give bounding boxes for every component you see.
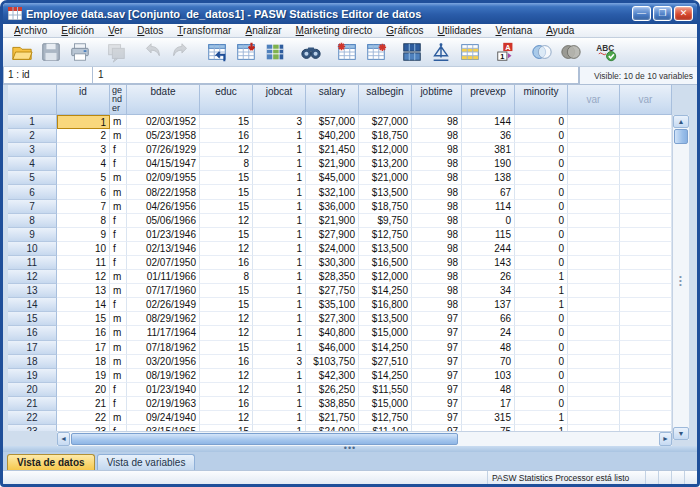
cell-3-gender[interactable]: f — [110, 143, 127, 157]
cell-3-educ[interactable]: 12 — [200, 143, 253, 157]
row-header-8[interactable]: 8 — [8, 214, 57, 228]
cell-19-jobtime[interactable]: 97 — [412, 369, 462, 383]
cell-14-minority[interactable]: 1 — [515, 298, 568, 312]
cell-16-prevexp[interactable]: 24 — [462, 326, 515, 340]
cell-20-jobtime[interactable]: 97 — [412, 383, 462, 397]
cell-8-gender[interactable]: f — [110, 214, 127, 228]
cell-13-prevexp[interactable]: 34 — [462, 284, 515, 298]
cell-6-var1[interactable] — [568, 185, 620, 199]
cell-10-minority[interactable]: 0 — [515, 242, 568, 256]
cell-20-educ[interactable]: 12 — [200, 383, 253, 397]
cell-4-id[interactable]: 4 — [57, 157, 110, 171]
cell-21-var1[interactable] — [568, 397, 620, 411]
cell-9-var2[interactable] — [620, 228, 672, 242]
column-header-salary[interactable]: salary — [306, 85, 359, 115]
cell-15-var2[interactable] — [620, 312, 672, 326]
cell-2-minority[interactable]: 0 — [515, 129, 568, 143]
cell-11-salbegin[interactable]: $16,500 — [359, 256, 412, 270]
cell-3-jobtime[interactable]: 98 — [412, 143, 462, 157]
column-header-minority[interactable]: minority — [515, 85, 568, 115]
cell-8-salbegin[interactable]: $9,750 — [359, 214, 412, 228]
cell-9-id[interactable]: 9 — [57, 228, 110, 242]
cell-11-educ[interactable]: 16 — [200, 256, 253, 270]
cell-18-id[interactable]: 18 — [57, 355, 110, 369]
cell-11-id[interactable]: 11 — [57, 256, 110, 270]
cell-6-bdate[interactable]: 08/22/1958 — [127, 185, 200, 199]
cell-11-bdate[interactable]: 02/07/1950 — [127, 256, 200, 270]
cell-1-salary[interactable]: $57,000 — [306, 115, 359, 129]
cell-14-gender[interactable]: f — [110, 298, 127, 312]
cell-18-prevexp[interactable]: 70 — [462, 355, 515, 369]
undo-icon[interactable] — [137, 39, 166, 65]
cell-19-prevexp[interactable]: 103 — [462, 369, 515, 383]
cell-editor[interactable]: 1 — [93, 67, 579, 84]
cell-20-id[interactable]: 20 — [57, 383, 110, 397]
cell-9-educ[interactable]: 15 — [200, 228, 253, 242]
use-variable-sets-icon[interactable] — [527, 39, 556, 65]
cell-18-var2[interactable] — [620, 355, 672, 369]
goto-variable-icon[interactable] — [231, 39, 260, 65]
save-file-icon[interactable] — [36, 39, 65, 65]
row-header-10[interactable]: 10 — [8, 242, 57, 256]
cell-6-salbegin[interactable]: $13,500 — [359, 185, 412, 199]
cell-5-prevexp[interactable]: 138 — [462, 171, 515, 185]
cell-11-minority[interactable]: 0 — [515, 256, 568, 270]
print-icon[interactable] — [65, 39, 94, 65]
row-header-20[interactable]: 20 — [8, 383, 57, 397]
cell-14-salbegin[interactable]: $16,800 — [359, 298, 412, 312]
row-header-14[interactable]: 14 — [8, 298, 57, 312]
cell-4-var2[interactable] — [620, 157, 672, 171]
cell-5-var2[interactable] — [620, 171, 672, 185]
cell-8-jobcat[interactable]: 1 — [253, 214, 306, 228]
cell-10-educ[interactable]: 12 — [200, 242, 253, 256]
tab-data-view[interactable]: Vista de datos — [7, 454, 95, 470]
cell-19-bdate[interactable]: 08/19/1962 — [127, 369, 200, 383]
cell-17-gender[interactable]: m — [110, 341, 127, 355]
cell-9-var1[interactable] — [568, 228, 620, 242]
cell-7-var2[interactable] — [620, 200, 672, 214]
cell-7-bdate[interactable]: 04/26/1956 — [127, 200, 200, 214]
cell-19-id[interactable]: 19 — [57, 369, 110, 383]
cell-3-bdate[interactable]: 07/26/1929 — [127, 143, 200, 157]
cell-10-var1[interactable] — [568, 242, 620, 256]
cell-1-var2[interactable] — [620, 115, 672, 129]
cell-2-bdate[interactable]: 05/23/1958 — [127, 129, 200, 143]
cell-16-var1[interactable] — [568, 326, 620, 340]
cell-2-jobcat[interactable]: 1 — [253, 129, 306, 143]
cell-7-salbegin[interactable]: $18,750 — [359, 200, 412, 214]
row-header-1[interactable]: 1 — [8, 115, 57, 129]
cell-12-jobcat[interactable]: 1 — [253, 270, 306, 284]
menu-archivo[interactable]: Archivo — [7, 25, 54, 36]
cell-2-gender[interactable]: m — [110, 129, 127, 143]
cell-18-var1[interactable] — [568, 355, 620, 369]
cell-14-bdate[interactable]: 02/26/1949 — [127, 298, 200, 312]
cell-14-var2[interactable] — [620, 298, 672, 312]
cell-11-var1[interactable] — [568, 256, 620, 270]
cell-19-minority[interactable]: 0 — [515, 369, 568, 383]
menu-analizar[interactable]: Analizar — [238, 25, 288, 36]
cell-10-salbegin[interactable]: $13,500 — [359, 242, 412, 256]
cell-6-educ[interactable]: 15 — [200, 185, 253, 199]
cell-11-prevexp[interactable]: 143 — [462, 256, 515, 270]
cell-5-salbegin[interactable]: $21,000 — [359, 171, 412, 185]
cell-16-id[interactable]: 16 — [57, 326, 110, 340]
column-header-bdate[interactable]: bdate — [127, 85, 200, 115]
cell-13-jobtime[interactable]: 98 — [412, 284, 462, 298]
cell-10-salary[interactable]: $24,000 — [306, 242, 359, 256]
cell-18-bdate[interactable]: 03/20/1956 — [127, 355, 200, 369]
cell-12-jobtime[interactable]: 98 — [412, 270, 462, 284]
cell-9-minority[interactable]: 0 — [515, 228, 568, 242]
cell-16-educ[interactable]: 12 — [200, 326, 253, 340]
open-file-icon[interactable] — [7, 39, 36, 65]
cell-13-jobcat[interactable]: 1 — [253, 284, 306, 298]
cell-5-salary[interactable]: $45,000 — [306, 171, 359, 185]
goto-case-icon[interactable] — [202, 39, 231, 65]
split-file-icon[interactable] — [397, 39, 426, 65]
cell-21-prevexp[interactable]: 17 — [462, 397, 515, 411]
cell-2-jobtime[interactable]: 98 — [412, 129, 462, 143]
cell-1-gender[interactable]: m — [110, 115, 127, 129]
cell-15-var1[interactable] — [568, 312, 620, 326]
cell-14-jobtime[interactable]: 98 — [412, 298, 462, 312]
column-header-jobtime[interactable]: jobtime — [412, 85, 462, 115]
cell-11-jobcat[interactable]: 1 — [253, 256, 306, 270]
